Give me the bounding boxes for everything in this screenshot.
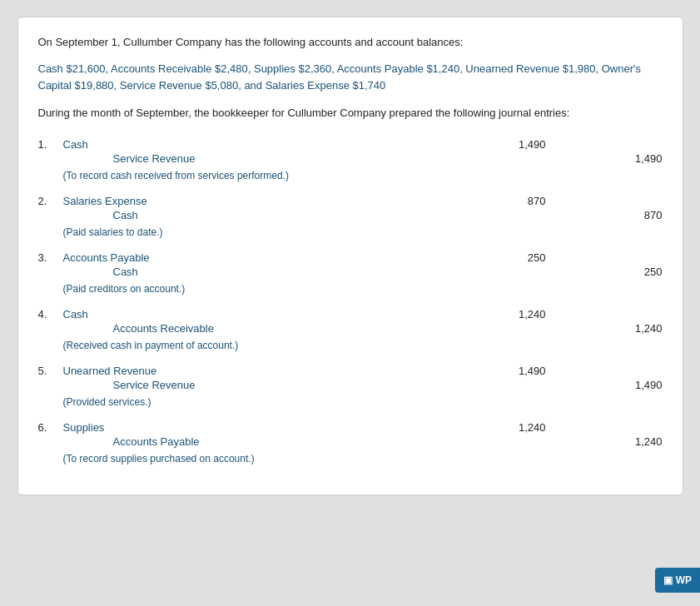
- entry-5-debit-row: 5.Unearned Revenue1,490: [38, 365, 663, 377]
- entry-2-number: 2.: [38, 195, 63, 207]
- entry-1-debit-amount: 1,490: [513, 138, 596, 151]
- entry-4-credit-row: Accounts Receivable1,240: [38, 322, 663, 335]
- entry-3-credit-amount: 250: [596, 266, 663, 278]
- entry-6-debit-row: 6.Supplies1,240: [38, 421, 663, 434]
- intro-line3: During the month of September, the bookk…: [38, 105, 663, 122]
- entry-6-memo: (To record supplies purchased on account…: [38, 451, 663, 466]
- entry-6-credit-row: Accounts Payable1,240: [38, 435, 663, 448]
- entry-5-credit-amount: 1,490: [596, 379, 663, 391]
- entry-4-credit-amount: 1,240: [596, 322, 663, 335]
- entry-6-debit-amount: 1,240: [513, 421, 596, 434]
- entry-4-debit-account: Cash: [63, 308, 513, 320]
- entry-2-memo: (Paid salaries to date.): [38, 225, 663, 240]
- journal-entry-6: 6.Supplies1,240Accounts Payable1,240(To …: [38, 421, 663, 474]
- entry-1-debit-account: Cash: [63, 138, 513, 151]
- entry-6-debit-account: Supplies: [63, 421, 513, 434]
- entry-3-memo: (Paid creditors on account.): [38, 281, 663, 296]
- entry-6-credit-account: Accounts Payable: [63, 435, 513, 448]
- intro-line2: Cash $21,600, Accounts Receivable $2,480…: [38, 61, 663, 96]
- entry-2-credit-account: Cash: [63, 209, 513, 221]
- entry-3-credit-row: Cash250: [38, 266, 663, 278]
- journal-entry-1: 1.Cash1,490Service Revenue1,490(To recor…: [38, 138, 663, 191]
- chat-button[interactable]: ▣ WP: [655, 568, 700, 593]
- entry-2-debit-amount: 870: [513, 195, 596, 207]
- intro-line1: On September 1, Cullumber Company has th…: [38, 34, 663, 51]
- entry-3-credit-account: Cash: [63, 266, 513, 278]
- entry-3-debit-amount: 250: [513, 251, 596, 264]
- entry-5-debit-account: Unearned Revenue: [63, 365, 513, 377]
- entry-4-credit-account: Accounts Receivable: [63, 322, 513, 335]
- entry-4-memo: (Received cash in payment of account.): [38, 338, 663, 353]
- main-card: On September 1, Cullumber Company has th…: [17, 17, 683, 495]
- journal-entry-2: 2.Salaries Expense870Cash870(Paid salari…: [38, 195, 663, 248]
- journal-entry-3: 3.Accounts Payable250Cash250(Paid credit…: [38, 251, 663, 305]
- entry-1-credit-row: Service Revenue1,490: [38, 152, 663, 165]
- entry-5-memo: (Provided services.): [38, 395, 663, 410]
- entry-4-debit-row: 4.Cash1,240: [38, 308, 663, 320]
- entry-1-debit-row: 1.Cash1,490: [38, 138, 663, 151]
- entry-1-number: 1.: [38, 138, 63, 151]
- journal-entries-table: 1.Cash1,490Service Revenue1,490(To recor…: [38, 138, 663, 474]
- entry-3-number: 3.: [38, 251, 63, 264]
- entry-2-debit-row: 2.Salaries Expense870: [38, 195, 663, 207]
- entry-3-debit-account: Accounts Payable: [63, 251, 513, 264]
- journal-entry-4: 4.Cash1,240Accounts Receivable1,240(Rece…: [38, 308, 663, 361]
- journal-entry-5: 5.Unearned Revenue1,490Service Revenue1,…: [38, 365, 663, 418]
- entry-5-number: 5.: [38, 365, 63, 377]
- entry-5-credit-account: Service Revenue: [63, 379, 513, 391]
- entry-2-credit-amount: 870: [596, 209, 663, 221]
- entry-2-debit-account: Salaries Expense: [63, 195, 513, 207]
- chat-label: WP: [676, 574, 692, 586]
- entry-4-number: 4.: [38, 308, 63, 320]
- entry-4-debit-amount: 1,240: [513, 308, 596, 320]
- entry-1-credit-amount: 1,490: [596, 152, 663, 165]
- entry-5-debit-amount: 1,490: [513, 365, 596, 377]
- entry-5-credit-row: Service Revenue1,490: [38, 379, 663, 391]
- entry-1-memo: (To record cash received from services p…: [38, 168, 663, 183]
- entry-6-number: 6.: [38, 421, 63, 434]
- chat-icon: ▣: [663, 574, 673, 586]
- entry-6-credit-amount: 1,240: [596, 435, 663, 448]
- entry-1-credit-account: Service Revenue: [63, 152, 513, 165]
- entry-2-credit-row: Cash870: [38, 209, 663, 221]
- entry-3-debit-row: 3.Accounts Payable250: [38, 251, 663, 264]
